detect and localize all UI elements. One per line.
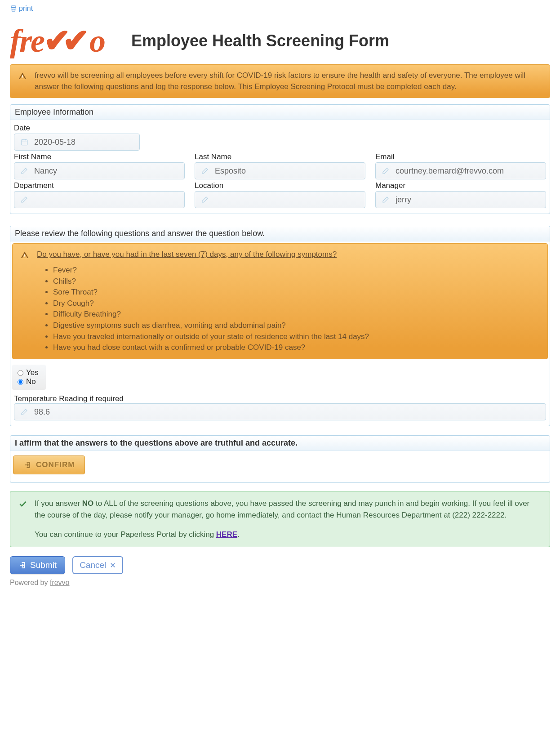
first-name-input[interactable] (14, 162, 185, 179)
edit-icon (20, 196, 28, 204)
edit-icon (382, 167, 390, 175)
manager-input[interactable] (375, 191, 546, 208)
edit-icon (382, 196, 390, 204)
edit-icon (201, 167, 209, 175)
question-item: Dry Cough? (53, 298, 369, 309)
svg-rect-6 (24, 254, 25, 256)
last-name-label: Last Name (195, 152, 365, 161)
question-item: Digestive symptoms such as diarrhea, vom… (53, 320, 369, 331)
email-input[interactable] (375, 162, 546, 179)
edit-icon (20, 167, 28, 175)
questions-list: Fever?Chills?Sore Throat?Dry Cough?Diffi… (53, 265, 369, 353)
confirm-button[interactable]: CONFIRM (13, 455, 85, 474)
cancel-button[interactable]: Cancel (72, 556, 123, 574)
question-item: Chills? (53, 276, 369, 287)
edit-icon (20, 408, 28, 416)
affirm-panel: I affirm that the answers to the questio… (10, 435, 550, 483)
affirm-title: I affirm that the answers to the questio… (10, 436, 550, 451)
warning-icon (21, 251, 29, 259)
action-row: Submit Cancel (10, 556, 550, 574)
svg-rect-7 (24, 257, 25, 258)
cancel-label: Cancel (80, 560, 106, 570)
yes-no-group: Yes No (12, 365, 46, 390)
logo: fre✔✔o (10, 22, 104, 60)
page-title: Employee Health Screening Form (131, 31, 550, 50)
temperature-label: Temperature Reading if required (14, 394, 124, 403)
manager-label: Manager (375, 181, 546, 190)
temperature-input[interactable] (14, 403, 546, 420)
no-label: No (26, 377, 36, 386)
calendar-icon (20, 138, 28, 146)
arrow-out-icon (18, 561, 27, 569)
date-label: Date (14, 124, 140, 133)
question-item: Fever? (53, 265, 369, 276)
no-radio[interactable] (18, 379, 23, 385)
first-name-label: First Name (14, 152, 185, 161)
header: fre✔✔o Employee Health Screening Form (10, 22, 550, 60)
arrow-right-icon (23, 461, 31, 469)
edit-icon (201, 196, 209, 204)
check-icon (18, 500, 27, 509)
confirm-label: CONFIRM (36, 460, 75, 469)
question-item: Have you traveled internationally or out… (53, 331, 369, 343)
print-label: print (19, 4, 33, 13)
submit-label: Submit (30, 560, 57, 570)
intro-alert: frevvo will be screening all employees b… (10, 64, 550, 98)
employee-info-title: Employee Information (10, 105, 550, 120)
success-message: If you answer NO to ALL of the screening… (35, 498, 542, 540)
location-label: Location (195, 181, 365, 190)
yes-radio[interactable] (18, 370, 23, 376)
footer: Powered by frevvo (10, 579, 550, 587)
question-item: Sore Throat? (53, 287, 369, 298)
print-link[interactable]: print (10, 4, 550, 13)
department-input[interactable] (14, 191, 185, 208)
frevvo-link[interactable]: frevvo (50, 579, 70, 586)
questions-panel: Please review the following questions an… (10, 226, 550, 426)
intro-alert-text: frevvo will be screening all employees b… (35, 70, 542, 92)
email-label: Email (375, 152, 546, 161)
submit-button[interactable]: Submit (10, 556, 65, 574)
close-icon (110, 562, 116, 568)
svg-rect-4 (22, 77, 23, 78)
yes-label: Yes (26, 368, 39, 377)
questions-alert: Do you have, or have you had in the last… (12, 243, 548, 359)
department-label: Department (14, 181, 185, 190)
date-input[interactable] (14, 134, 140, 151)
employee-info-panel: Employee Information Date First Name Las… (10, 104, 550, 214)
question-item: Difficulty Breathing? (53, 309, 369, 320)
warning-icon (18, 72, 27, 80)
here-link[interactable]: HERE (216, 530, 237, 539)
questions-heading: Do you have, or have you had in the last… (37, 249, 369, 260)
question-item: Have you had close contact with a confir… (53, 342, 369, 353)
svg-rect-3 (22, 76, 23, 77)
print-icon (10, 5, 17, 12)
questions-title: Please review the following questions an… (10, 226, 550, 241)
success-box: If you answer NO to ALL of the screening… (10, 491, 550, 547)
svg-rect-5 (21, 140, 27, 145)
last-name-input[interactable] (195, 162, 365, 179)
location-input[interactable] (195, 191, 365, 208)
